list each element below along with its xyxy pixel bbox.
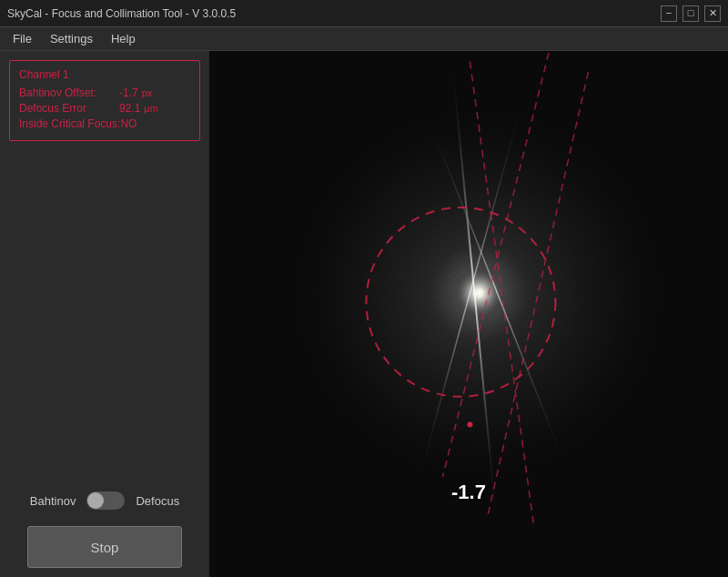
defocus-error-label: Defocus Error (19, 102, 119, 115)
window-controls: − □ ✕ (661, 5, 721, 22)
window-title: SkyCal - Focus and Collimation Tool - V … (7, 7, 236, 20)
bahtinov-offset-row: Bahtinov Offset: -1.7 px (19, 86, 190, 99)
toggle-knob (87, 492, 104, 509)
critical-focus-row: Inside Critical Focus: NO (19, 117, 190, 130)
maximize-button[interactable]: □ (682, 5, 699, 22)
close-button[interactable]: ✕ (704, 5, 721, 22)
defocus-error-value: 92.1 (119, 102, 140, 115)
menu-bar: File Settings Help (0, 27, 728, 51)
defocus-error-row: Defocus Error 92.1 μm (19, 102, 190, 115)
channel-box: Channel 1 Bahtinov Offset: -1.7 px Defoc… (9, 60, 200, 141)
spacer (9, 150, 200, 482)
main-area: Channel 1 Bahtinov Offset: -1.7 px Defoc… (0, 51, 728, 577)
toggle-left-label: Bahtinov (30, 494, 76, 508)
title-bar: SkyCal - Focus and Collimation Tool - V … (0, 0, 728, 27)
menu-file[interactable]: File (4, 28, 41, 49)
critical-focus-value: NO (120, 117, 136, 130)
bahtinov-offset-label: Bahtinov Offset: (19, 86, 119, 99)
channel-title: Channel 1 (19, 68, 190, 81)
image-area: -1.7 (209, 51, 728, 577)
star-canvas (209, 51, 728, 577)
critical-focus-label: Inside Critical Focus: (19, 117, 120, 130)
bahtinov-offset-value: -1.7 (119, 86, 138, 99)
bahtinov-offset-unit: px (142, 87, 153, 98)
stop-button[interactable]: Stop (27, 526, 182, 568)
toggle-row: Bahtinov Defocus (9, 491, 200, 510)
menu-help[interactable]: Help (102, 28, 145, 49)
defocus-error-unit: μm (144, 103, 158, 114)
minimize-button[interactable]: − (661, 5, 677, 22)
left-panel: Channel 1 Bahtinov Offset: -1.7 px Defoc… (0, 51, 209, 577)
menu-settings[interactable]: Settings (41, 28, 102, 49)
toggle-right-label: Defocus (136, 494, 179, 508)
bahtinov-defocus-toggle[interactable] (86, 491, 125, 510)
